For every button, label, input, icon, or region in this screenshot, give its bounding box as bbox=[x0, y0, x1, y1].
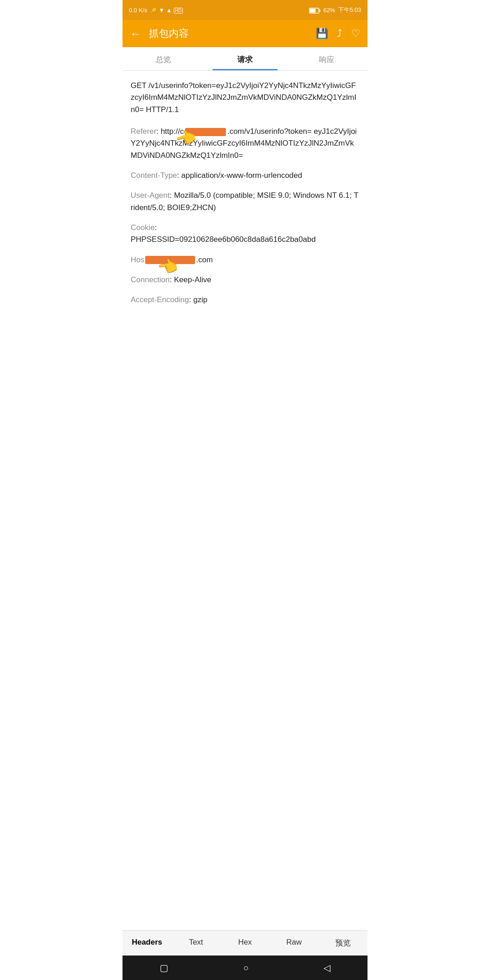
header-referer: Referer: http://c.com/v1/userinfo?token=… bbox=[131, 126, 359, 162]
tab-overview[interactable]: 总览 bbox=[122, 47, 204, 70]
header-accept-encoding: Accept-Encoding: gzip bbox=[131, 294, 359, 306]
navbar-actions: 💾 ⤴ ♡ bbox=[316, 28, 360, 39]
header-key-content-type: Content-Type bbox=[131, 171, 177, 180]
header-key-referer: Referer bbox=[131, 127, 157, 136]
tab-response[interactable]: 响应 bbox=[286, 47, 368, 70]
header-cookie: Cookie:PHPSESSID=09210628ee6b060c8da8a61… bbox=[131, 222, 359, 246]
status-bar: 0.0 K/s 🔑 ▼ ▲ HD 62% 下午5:03 bbox=[122, 0, 368, 20]
status-speed: 0.0 K/s 🔑 ▼ ▲ HD bbox=[129, 7, 183, 14]
main-tabs: 总览 请求 响应 bbox=[122, 47, 368, 71]
status-right: 62% 下午5:03 bbox=[309, 6, 361, 14]
header-connection: Connection: Keep-Alive bbox=[131, 274, 359, 286]
favorite-button[interactable]: ♡ bbox=[351, 28, 360, 39]
share-button[interactable]: ⤴ bbox=[337, 28, 342, 39]
header-user-agent: User-Agent: Mozilla/5.0 (compatible; MSI… bbox=[131, 190, 359, 214]
page-title: 抓包内容 bbox=[149, 27, 316, 40]
navbar: ← 抓包内容 💾 ⤴ ♡ bbox=[122, 20, 368, 47]
header-content-type: Content-Type: application/x-www-form-url… bbox=[131, 170, 359, 181]
battery-percent: 62% bbox=[323, 7, 335, 14]
request-line: GET /v1/userinfo?token=eyJ1c2VyIjoiY2YyN… bbox=[131, 80, 359, 116]
time: 下午5:03 bbox=[338, 6, 361, 14]
tab-request[interactable]: 请求 bbox=[204, 47, 286, 70]
header-key-cookie: Cookie bbox=[131, 223, 155, 232]
header-key-accept-encoding: Accept-Encoding bbox=[131, 295, 189, 304]
key-icon: 🔑 bbox=[151, 8, 157, 13]
header-key-host: Hos bbox=[131, 255, 144, 264]
wifi-icon: ▼ bbox=[159, 7, 165, 14]
content-area: GET /v1/userinfo?token=eyJ1c2VyIjoiY2YyN… bbox=[122, 71, 368, 615]
header-key-connection: Connection bbox=[131, 275, 170, 284]
signal-icon: ▲ bbox=[166, 7, 172, 14]
battery-icon bbox=[309, 6, 321, 13]
hd-badge: HD bbox=[174, 8, 183, 14]
header-host: Hos.com 👉 bbox=[131, 254, 359, 266]
back-button[interactable]: ← bbox=[130, 27, 142, 41]
save-button[interactable]: 💾 bbox=[316, 28, 328, 39]
svg-rect-1 bbox=[319, 10, 320, 12]
header-key-user-agent: User-Agent bbox=[131, 191, 170, 200]
svg-rect-2 bbox=[309, 9, 315, 12]
